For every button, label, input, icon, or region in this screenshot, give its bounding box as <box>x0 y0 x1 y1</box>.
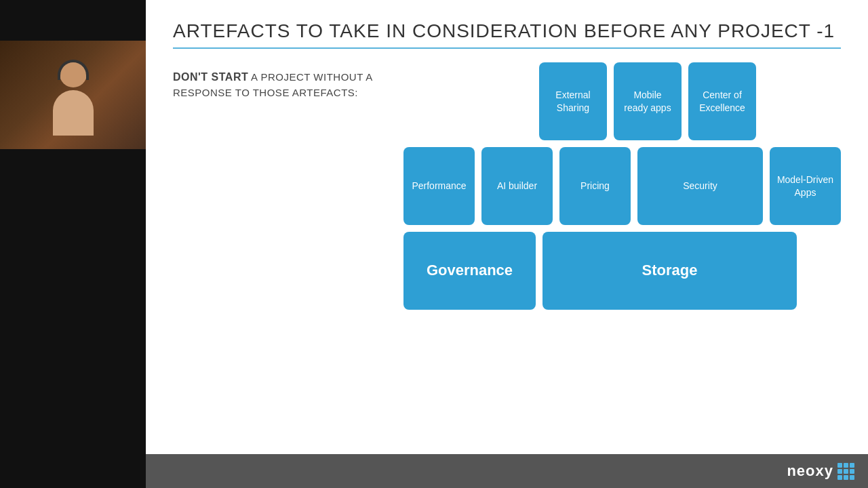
logo-text: neoxy <box>787 462 833 480</box>
box-ai-builder[interactable]: AI builder <box>481 147 553 225</box>
intro-paragraph: Don't start a project without a response… <box>173 69 390 101</box>
slide-content: Artefacts to take in consideration befor… <box>146 0 868 488</box>
top-black-area <box>0 0 146 41</box>
dot-6 <box>850 469 854 474</box>
box-pricing[interactable]: Pricing <box>559 147 631 225</box>
slide-body: Don't start a project without a response… <box>173 62 841 447</box>
neoxy-grid-icon <box>837 463 854 480</box>
box-row-3: Governance Storage <box>403 232 797 310</box>
boxes-area: External Sharing Mobile ready apps Cente… <box>403 62 841 447</box>
bottom-bar: neoxy <box>146 454 868 488</box>
box-model-driven[interactable]: Model-Driven Apps <box>770 147 841 225</box>
dot-4 <box>837 469 842 474</box>
dot-1 <box>837 463 842 468</box>
dot-2 <box>844 463 848 468</box>
box-performance[interactable]: Performance <box>403 147 475 225</box>
box-security[interactable]: Security <box>637 147 763 225</box>
left-text: Don't start a project without a response… <box>173 62 390 447</box>
box-row-2: Performance AI builder Pricing Security … <box>403 147 841 225</box>
dot-7 <box>837 475 842 480</box>
box-governance[interactable]: Governance <box>403 232 536 310</box>
dot-9 <box>850 475 854 480</box>
intro-bold: Don't start <box>173 71 248 83</box>
box-center-of-excellence[interactable]: Center of Excellence <box>688 62 756 140</box>
dot-5 <box>844 469 848 474</box>
dot-8 <box>844 475 848 480</box>
neoxy-logo: neoxy <box>787 462 854 480</box>
box-external-sharing[interactable]: External Sharing <box>539 62 607 140</box>
headphones <box>58 60 89 80</box>
webcam-background <box>0 41 146 149</box>
box-storage[interactable]: Storage <box>542 232 797 310</box>
webcam-feed <box>0 41 146 149</box>
left-panel <box>0 0 146 488</box>
box-row-1: External Sharing Mobile ready apps Cente… <box>539 62 756 140</box>
slide-title: Artefacts to take in consideration befor… <box>173 20 841 42</box>
box-mobile-ready[interactable]: Mobile ready apps <box>614 62 682 140</box>
dot-3 <box>850 463 854 468</box>
person-body <box>53 90 94 136</box>
person-silhouette <box>46 54 100 136</box>
bottom-black-area <box>0 149 146 488</box>
slide-area: Artefacts to take in consideration befor… <box>146 0 868 488</box>
title-underline <box>173 47 841 49</box>
